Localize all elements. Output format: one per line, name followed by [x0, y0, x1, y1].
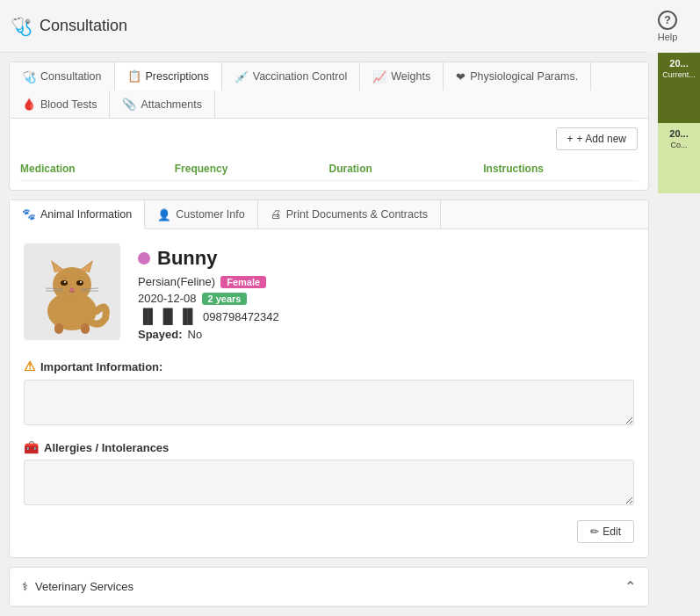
barcode-icon: ▐▌▐▌▐▌ — [138, 308, 198, 324]
print-docs-tab-icon: 🖨 — [271, 208, 282, 221]
animal-tabs-bar: 🐾 Animal Information 👤 Customer Info 🖨 P… — [10, 200, 648, 229]
animal-section: 🐾 Animal Information 👤 Customer Info 🖨 P… — [9, 199, 649, 558]
tab-weights[interactable]: 📈 Weights — [360, 62, 444, 91]
warning-icon: ⚠ — [24, 359, 35, 374]
spayed-value: No — [188, 328, 203, 341]
tab-attachments[interactable]: 📎 Attachments — [110, 91, 214, 118]
attachments-tab-icon: 📎 — [122, 98, 136, 111]
important-info-title: Important Information: — [40, 360, 162, 373]
prescription-section: 🩺 Consultation 📋 Prescriptions 💉 Vaccina… — [9, 62, 649, 191]
tab-consultation[interactable]: 🩺 Consultation — [10, 62, 115, 91]
svg-point-10 — [70, 288, 75, 291]
barcode-value: 098798472342 — [203, 310, 279, 323]
animal-name-row: Bunny — [138, 247, 279, 270]
sidebar-card-previous[interactable]: 20... Co... — [658, 123, 700, 193]
col-instructions: Instructions — [483, 163, 638, 175]
stethoscope-icon: 🩺 — [11, 16, 32, 37]
allergies-icon: 🧰 — [24, 440, 39, 454]
tab-animal-info[interactable]: 🐾 Animal Information — [10, 200, 145, 229]
blood-tab-icon: 🩸 — [22, 98, 36, 111]
allergies-title: Allergies / Intolerances — [44, 441, 169, 454]
birthdate-row: 2020-12-08 2 years — [138, 292, 279, 305]
tab-physiological[interactable]: ❤ Physiological Params. — [444, 62, 591, 91]
tab-vaccination-label: Vaccination Control — [253, 70, 347, 83]
allergies-title-row: 🧰 Allergies / Intolerances — [24, 440, 634, 454]
tab-blood-label: Blood Tests — [40, 98, 97, 111]
tab-blood[interactable]: 🩸 Blood Tests — [10, 91, 110, 118]
weights-tab-icon: 📈 — [372, 70, 386, 83]
animal-info-card: Bunny Persian(Feline) Female 2020-12-08 … — [10, 229, 648, 557]
birth-date: 2020-12-08 — [138, 292, 197, 305]
prescriptions-tab-icon: 📋 — [127, 69, 141, 83]
spayed-label: Spayed: — [138, 328, 183, 341]
add-new-label: + Add new — [577, 133, 626, 145]
tab-print-docs[interactable]: 🖨 Print Documents & Contracts — [258, 200, 441, 228]
sidebar-card-current-year: 20... — [669, 58, 688, 69]
species-label: Persian(Feline) — [138, 275, 215, 288]
sidebar-card-current[interactable]: 20... Current... — [658, 53, 700, 123]
help-label: Help — [658, 32, 678, 42]
animal-info-tab-label: Animal Information — [40, 208, 132, 221]
tab-physiological-label: Physiological Params. — [470, 70, 578, 83]
edit-button[interactable]: ✏ Edit — [577, 520, 634, 543]
sidebar-card-previous-label: Co... — [670, 141, 687, 150]
tab-attachments-label: Attachments — [141, 98, 201, 111]
vet-services-header[interactable]: ⚕ Veterinary Services ⌃ — [10, 568, 648, 606]
sex-badge: Female — [220, 276, 266, 288]
col-medication: Medication — [20, 163, 175, 175]
add-icon: + — [567, 133, 574, 145]
svg-point-8 — [64, 281, 66, 283]
svg-point-7 — [76, 280, 83, 286]
animal-info-tab-icon: 🐾 — [22, 207, 36, 221]
edit-label: Edit — [603, 525, 621, 538]
tab-weights-label: Weights — [391, 70, 430, 83]
vet-services-icon: ⚕ — [22, 580, 28, 593]
tab-prescriptions-label: Prescriptions — [146, 70, 209, 83]
age-badge: 2 years — [202, 293, 248, 305]
physiological-tab-icon: ❤ — [456, 70, 465, 83]
prescription-table-headers: Medication Frequency Duration Instructio… — [20, 157, 638, 181]
add-new-button[interactable]: + + Add new — [556, 127, 638, 150]
customer-info-tab-label: Customer Info — [176, 208, 245, 221]
main-layout: 🩺 Consultation 📋 Prescriptions 💉 Vaccina… — [0, 53, 700, 616]
sidebar-card-current-label: Current... — [662, 70, 696, 80]
right-sidebar: 20... Current... 20... Co... — [658, 53, 700, 616]
prescriptions-content: + + Add new Medication Frequency Duratio… — [10, 119, 648, 190]
left-content: 🩺 Consultation 📋 Prescriptions 💉 Vaccina… — [0, 53, 658, 616]
important-info-section: ⚠ Important Information: — [24, 359, 634, 428]
edit-row: ✏ Edit — [24, 520, 634, 543]
svg-point-6 — [61, 280, 68, 286]
tab-prescriptions[interactable]: 📋 Prescriptions — [115, 62, 222, 91]
allergies-textarea[interactable] — [24, 460, 634, 505]
vet-services-section: ⚕ Veterinary Services ⌃ — [9, 567, 649, 607]
animal-photo — [24, 243, 120, 340]
tab-vaccination[interactable]: 💉 Vaccination Control — [222, 62, 360, 91]
chevron-up-icon: ⌃ — [624, 578, 636, 595]
svg-point-1 — [53, 267, 91, 302]
consultation-tab-icon: 🩺 — [22, 70, 36, 83]
page-title: Consultation — [40, 17, 127, 35]
col-duration: Duration — [329, 163, 484, 175]
help-icon: ? — [658, 11, 677, 30]
barcode-row: ▐▌▐▌▐▌ 098798472342 — [138, 308, 279, 324]
vet-services-label: Veterinary Services — [35, 580, 134, 593]
spayed-row: Spayed: No — [138, 328, 279, 341]
edit-icon: ✏ — [590, 525, 599, 538]
help-button[interactable]: ? Help — [646, 0, 689, 53]
important-info-textarea[interactable] — [24, 380, 634, 425]
animal-name: Bunny — [157, 247, 217, 270]
app-header: 🩺 Consultation ? Help — [0, 0, 700, 53]
animal-details: Bunny Persian(Feline) Female 2020-12-08 … — [138, 243, 279, 341]
tab-customer-info[interactable]: 👤 Customer Info — [145, 200, 258, 228]
status-dot — [138, 252, 150, 265]
col-frequency: Frequency — [175, 163, 329, 175]
species-row: Persian(Feline) Female — [138, 275, 279, 288]
customer-info-tab-icon: 👤 — [157, 208, 171, 221]
vaccination-tab-icon: 💉 — [235, 70, 249, 83]
tab-consultation-label: Consultation — [40, 70, 102, 83]
print-docs-tab-label: Print Documents & Contracts — [286, 208, 428, 221]
cat-image — [28, 248, 116, 336]
sidebar-card-previous-year: 20... — [669, 128, 688, 139]
animal-profile: Bunny Persian(Feline) Female 2020-12-08 … — [24, 243, 634, 341]
important-info-title-row: ⚠ Important Information: — [24, 359, 634, 374]
